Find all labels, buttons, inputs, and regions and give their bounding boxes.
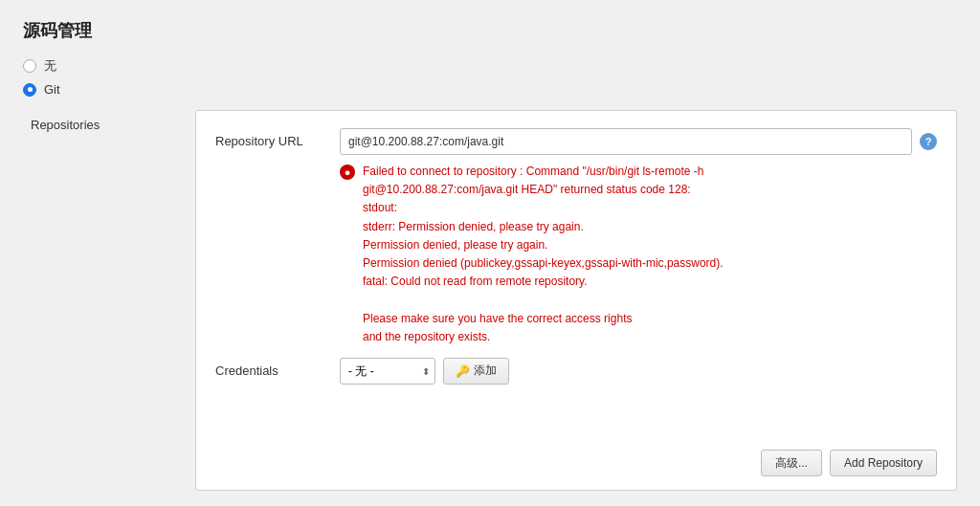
content-panel: Repository URL ? ● Failed to connect to … bbox=[195, 110, 957, 491]
error-line5: Permission denied, please try again. bbox=[363, 238, 547, 252]
error-line4: stderr: Permission denied, please try ag… bbox=[363, 220, 584, 233]
error-line6: Permission denied (publickey,gssapi-keye… bbox=[363, 256, 724, 270]
add-credentials-label: 添加 bbox=[474, 363, 497, 379]
source-control-radio-group: 无 Git bbox=[23, 57, 957, 97]
credentials-select-wrapper: - 无 - ⬍ bbox=[340, 358, 435, 385]
sidebar: Repositories bbox=[23, 110, 195, 491]
radio-git-circle bbox=[23, 83, 36, 97]
error-box: ● Failed to connect to repository : Comm… bbox=[340, 163, 937, 346]
error-icon: ● bbox=[340, 165, 355, 180]
error-line3: stdout: bbox=[363, 201, 397, 214]
advanced-button[interactable]: 高级... bbox=[761, 450, 822, 476]
repo-url-field: ? bbox=[340, 128, 937, 155]
credentials-label: Credentials bbox=[215, 363, 340, 378]
repo-url-input[interactable] bbox=[340, 128, 912, 155]
credentials-select[interactable]: - 无 - bbox=[340, 358, 435, 385]
radio-none-circle bbox=[23, 59, 36, 73]
radio-none[interactable]: 无 bbox=[23, 57, 957, 75]
radio-none-label: 无 bbox=[44, 57, 56, 75]
sidebar-item-repositories[interactable]: Repositories bbox=[23, 114, 195, 136]
radio-git[interactable]: Git bbox=[23, 82, 957, 97]
radio-git-label: Git bbox=[44, 82, 60, 97]
key-icon: 🔑 bbox=[456, 364, 470, 378]
error-line9: Please make sure you have the correct ac… bbox=[363, 312, 632, 325]
error-line1: Failed to connect to repository : Comman… bbox=[363, 165, 703, 178]
error-text: Failed to connect to repository : Comman… bbox=[363, 163, 724, 346]
repo-url-row: Repository URL ? bbox=[215, 128, 937, 155]
error-line2: git@10.200.88.27:com/java.git HEAD" retu… bbox=[363, 183, 691, 196]
help-icon[interactable]: ? bbox=[920, 133, 937, 150]
error-line7: fatal: Could not read from remote reposi… bbox=[363, 275, 588, 288]
add-repository-button[interactable]: Add Repository bbox=[830, 450, 937, 476]
page-title: 源码管理 bbox=[23, 19, 957, 42]
main-content: Repositories Repository URL ? ● Failed t… bbox=[23, 110, 957, 491]
credentials-row: Credentials - 无 - ⬍ 🔑 添加 bbox=[215, 358, 937, 385]
bottom-buttons: 高级... Add Repository bbox=[215, 438, 937, 476]
repo-url-label: Repository URL bbox=[215, 128, 340, 148]
error-line10: and the repository exists. bbox=[363, 330, 490, 343]
add-credentials-button[interactable]: 🔑 添加 bbox=[443, 358, 509, 385]
